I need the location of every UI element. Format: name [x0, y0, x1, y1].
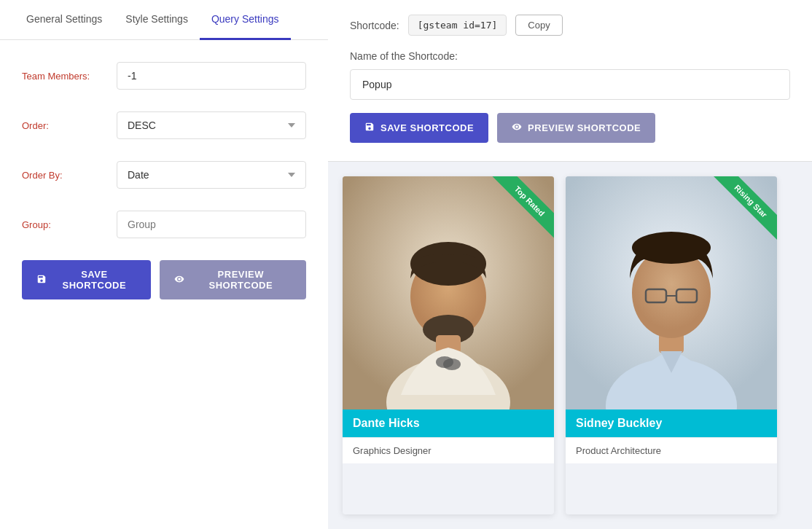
- team-members-label: Team Members:: [22, 71, 117, 82]
- right-button-row: SAVE SHORTCODE PREVIEW SHORTCODE: [350, 113, 790, 143]
- save-shortcode-button-right[interactable]: SAVE SHORTCODE: [350, 113, 488, 143]
- card-image-dante: Top Rated: [343, 176, 554, 410]
- card-name-sidney: Sidney Buckley: [566, 410, 777, 437]
- card-name-dante: Dante Hicks: [343, 410, 554, 437]
- preview-shortcode-button-right[interactable]: PREVIEW SHORTCODE: [497, 113, 655, 143]
- order-by-label: Order By:: [22, 170, 117, 181]
- group-input[interactable]: [117, 211, 306, 238]
- ribbon-rising-star-text: Rising Star: [711, 176, 777, 240]
- ribbon-rising-star: Rising Star: [697, 176, 777, 256]
- svg-point-7: [443, 358, 461, 370]
- order-label: Order:: [22, 120, 117, 131]
- tab-general[interactable]: General Settings: [15, 0, 114, 40]
- shortcode-section: Shortcode: [gsteam id=17] Copy Name of t…: [328, 0, 812, 162]
- card-sidney-buckley[interactable]: Rising Star Sidney Buckley Product Archi…: [566, 176, 777, 514]
- group-label: Group:: [22, 219, 117, 230]
- card-info-sidney: Sidney Buckley Product Architecture: [566, 410, 777, 463]
- form-body: Team Members: Order: DESC ASC Order By: …: [0, 40, 328, 321]
- shortcode-row: Shortcode: [gsteam id=17] Copy: [350, 15, 790, 36]
- shortcode-name-input[interactable]: [350, 69, 790, 100]
- order-select[interactable]: DESC ASC: [117, 111, 306, 139]
- ribbon-top-rated: Top Rated: [474, 176, 554, 256]
- order-by-select[interactable]: Date Title ID Random: [117, 161, 306, 189]
- card-image-sidney: Rising Star: [566, 176, 777, 410]
- form-button-row: SAVE SHORTCODE PREVIEW SHORTCODE: [22, 260, 306, 299]
- save-shortcode-button[interactable]: SAVE SHORTCODE: [22, 260, 151, 299]
- card-dante-hicks[interactable]: Top Rated Dante Hicks Graphics Designer: [343, 176, 554, 514]
- team-members-row: Team Members:: [22, 62, 306, 90]
- tab-style[interactable]: Style Settings: [114, 0, 200, 40]
- tabs-container: General Settings Style Settings Query Se…: [0, 0, 328, 40]
- card-role-dante: Graphics Designer: [343, 437, 554, 463]
- order-by-row: Order By: Date Title ID Random: [22, 161, 306, 189]
- shortcode-label: Shortcode:: [350, 20, 399, 31]
- shortcode-code: [gsteam id=17]: [408, 15, 507, 36]
- copy-button[interactable]: Copy: [515, 15, 562, 36]
- left-panel: General Settings Style Settings Query Se…: [0, 0, 328, 529]
- ribbon-top-rated-text: Top Rated: [492, 176, 554, 239]
- card-role-sidney: Product Architecture: [566, 437, 777, 463]
- preview-section: Top Rated Dante Hicks Graphics Designer: [328, 162, 812, 529]
- save-icon: [36, 274, 47, 286]
- group-row: Group:: [22, 211, 306, 238]
- save-icon-right: [364, 122, 375, 134]
- eye-icon-left: [174, 274, 184, 286]
- card-info-dante: Dante Hicks Graphics Designer: [343, 410, 554, 463]
- name-label: Name of the Shortcode:: [350, 50, 790, 62]
- eye-icon-right: [512, 122, 522, 134]
- team-members-input[interactable]: [117, 62, 306, 90]
- preview-shortcode-button-left[interactable]: PREVIEW SHORTCODE: [160, 260, 306, 299]
- tab-query[interactable]: Query Settings: [200, 0, 291, 40]
- right-panel: Shortcode: [gsteam id=17] Copy Name of t…: [328, 0, 812, 529]
- order-row: Order: DESC ASC: [22, 111, 306, 139]
